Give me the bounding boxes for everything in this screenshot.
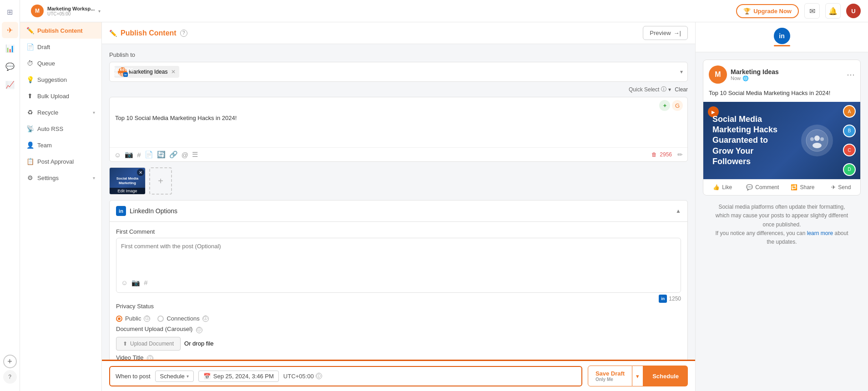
nav-team-label: Team — [37, 142, 52, 149]
nav-suggestion-label: Suggestion — [37, 76, 67, 83]
post-text-input[interactable]: Top 10 Social Media Marketing Hacks in 2… — [110, 111, 687, 147]
svg-point-2 — [812, 143, 822, 148]
comment-emoji-icon[interactable]: ☺ — [121, 279, 128, 287]
publish-nav-icon[interactable]: ✈ — [2, 22, 18, 38]
messages-icon[interactable]: ✉ — [804, 3, 820, 19]
nav-item-team[interactable]: 👤 Team — [20, 137, 101, 153]
upgrade-button[interactable]: 🏆 Upgrade Now — [736, 4, 799, 18]
hashtag-icon[interactable]: # — [137, 151, 141, 159]
preview-panel: in M Marketing Ideas Now 🌐 — [695, 22, 868, 391]
user-avatar[interactable]: U — [846, 4, 861, 18]
linkedin-collapse-icon[interactable]: ▲ — [676, 208, 681, 214]
queue-icon: ⏱ — [26, 60, 34, 67]
nav-item-queue[interactable]: ⏱ Queue — [20, 55, 101, 71]
linkedin-options-title: LinkedIn Options — [130, 207, 177, 215]
preview-button[interactable]: Preview →| — [643, 26, 688, 40]
post-actions-row: 👍 Like 💬 Comment 🔁 Share — [703, 179, 860, 195]
quick-select-label: Quick Select — [629, 86, 659, 93]
nav-item-draft[interactable]: 📄 Draft — [20, 39, 101, 55]
post-image-text: Social Media Marketing Hacks Guaranteed … — [712, 114, 789, 167]
nav-item-recycle[interactable]: ♻ Recycle ▾ — [20, 104, 101, 120]
publish-to-row[interactable]: Marketing Ideas in Marketing Ideas ✕ ▾ — [109, 62, 688, 82]
public-info-icon[interactable]: ⓘ — [144, 316, 150, 322]
upload-document-button[interactable]: ⬆ Upload Document — [116, 337, 181, 351]
quick-select-button[interactable]: Quick Select ⓘ ▾ — [629, 85, 671, 93]
nav-panel: ✏️ Publish Content 📄 Draft ⏱ Queue 💡 Sug… — [20, 22, 102, 391]
save-draft-dropdown-button[interactable]: ▾ — [632, 366, 643, 386]
save-draft-button[interactable]: Save Draft Only Me — [588, 366, 632, 386]
doc-upload-label: Document Upload (Carousel) ⓘ — [116, 326, 681, 333]
social-nav-icon[interactable]: 💬 — [2, 58, 18, 75]
ai-icons-row: ✦ G — [659, 100, 683, 111]
linkedin-preview-tab[interactable]: in — [774, 28, 790, 46]
nav-item-publish-content[interactable]: ✏️ Publish Content — [20, 22, 101, 39]
schedule-select[interactable]: Schedule ▾ — [155, 371, 194, 382]
add-image-button[interactable]: + — [149, 167, 172, 195]
nav-item-auto-rss[interactable]: 📡 Auto RSS — [20, 120, 101, 137]
timezone-value: UTC+05:00 — [283, 373, 314, 380]
emoji-picker-icon[interactable]: ☺ — [114, 151, 121, 159]
post-preview-card: M Marketing Ideas Now 🌐 ⋯ Top 10 Social … — [703, 60, 861, 196]
ai-sparkle-button[interactable]: ✦ — [659, 100, 670, 111]
help-icon[interactable]: ? — [3, 370, 17, 384]
linkedin-icon: in — [116, 206, 126, 216]
post-globe-icon: 🌐 — [742, 75, 749, 81]
like-button[interactable]: 👍 Like — [703, 180, 742, 195]
nav-recycle-label: Recycle — [37, 109, 58, 116]
share-button[interactable]: 🔁 Share — [783, 180, 822, 195]
doc-upload-info-icon[interactable]: ⓘ — [196, 327, 202, 333]
channel-remove-button[interactable]: ✕ — [171, 69, 176, 75]
clear-button[interactable]: Clear — [675, 86, 688, 93]
video-title-info-icon[interactable]: ⓘ — [147, 355, 153, 360]
post-meta: Now 🌐 — [731, 75, 779, 81]
post-options-icon[interactable]: ⋯ — [847, 70, 855, 80]
connections-info-icon[interactable]: ⓘ — [202, 316, 209, 322]
workspace-selector[interactable]: M Marketing Worksp... UTC+05:00 ▾ — [27, 3, 104, 19]
learn-more-link[interactable]: learn more — [807, 230, 833, 236]
comment-image-icon[interactable]: 📷 — [131, 279, 140, 287]
ai-grammar-button[interactable]: G — [672, 100, 683, 111]
home-icon[interactable]: ⊞ — [2, 4, 18, 20]
publish-to-expand-icon[interactable]: ▾ — [680, 69, 683, 75]
preview-label: Preview — [650, 30, 671, 36]
public-radio[interactable]: Public ⓘ — [116, 315, 150, 322]
channel-name: Marketing Ideas — [129, 69, 167, 75]
image-thumbnail[interactable]: Social Media Marketing ✕ Edit Image — [109, 167, 146, 195]
image-remove-button[interactable]: ✕ — [137, 169, 144, 176]
connections-radio[interactable]: Connections ⓘ — [157, 315, 208, 322]
template-icon[interactable]: ☰ — [192, 150, 198, 159]
mention-icon[interactable]: @ — [182, 151, 188, 159]
comment-hashtag-icon[interactable]: # — [144, 279, 147, 287]
comment-button[interactable]: 💬 Comment — [742, 180, 783, 195]
notifications-icon[interactable]: 🔔 — [825, 3, 841, 19]
timezone-info-icon[interactable]: ⓘ — [316, 373, 322, 379]
date-picker-button[interactable]: 📅 Sep 25, 2024, 3:46 PM — [198, 371, 279, 382]
send-button[interactable]: ✈ Send — [822, 180, 860, 195]
edit-pencil-icon[interactable]: ✏ — [677, 151, 683, 158]
image-upload-icon[interactable]: 📷 — [125, 150, 133, 159]
avatar-2: B — [843, 125, 856, 137]
analytics-nav-icon[interactable]: 📊 — [2, 40, 18, 56]
connections-label: Connections — [167, 315, 199, 322]
nav-item-post-approval[interactable]: 📋 Post Approval — [20, 153, 101, 170]
first-comment-input[interactable] — [121, 243, 676, 275]
nav-item-bulk-upload[interactable]: ⬆ Bulk Upload — [20, 88, 101, 104]
link-icon[interactable]: 🔗 — [169, 150, 178, 159]
linkedin-options-header[interactable]: in LinkedIn Options ▲ — [110, 201, 687, 222]
post-body-text: Top 10 Social Media Marketing Hacks in 2… — [703, 89, 860, 102]
avatar-1: A — [843, 105, 856, 118]
settings-chevron-icon: ▾ — [93, 175, 95, 180]
add-button[interactable]: + — [3, 355, 17, 368]
schedule-icon[interactable]: 🔄 — [157, 150, 166, 159]
top-header-right: 🏆 Upgrade Now ✉ 🔔 U — [736, 3, 861, 19]
timezone-display: UTC+05:00 ⓘ — [283, 373, 322, 380]
svg-point-1 — [814, 135, 820, 141]
schedule-button[interactable]: Schedule — [643, 366, 688, 386]
post-avatar: M — [709, 65, 727, 84]
nav-item-settings[interactable]: ⚙ Settings ▾ — [20, 170, 101, 186]
document-icon[interactable]: 📄 — [145, 150, 153, 159]
settings-icon: ⚙ — [26, 174, 34, 181]
page-title-help-icon[interactable]: ? — [180, 30, 187, 37]
nav-item-suggestion[interactable]: 💡 Suggestion — [20, 71, 101, 88]
chart-nav-icon[interactable]: 📈 — [2, 76, 18, 93]
